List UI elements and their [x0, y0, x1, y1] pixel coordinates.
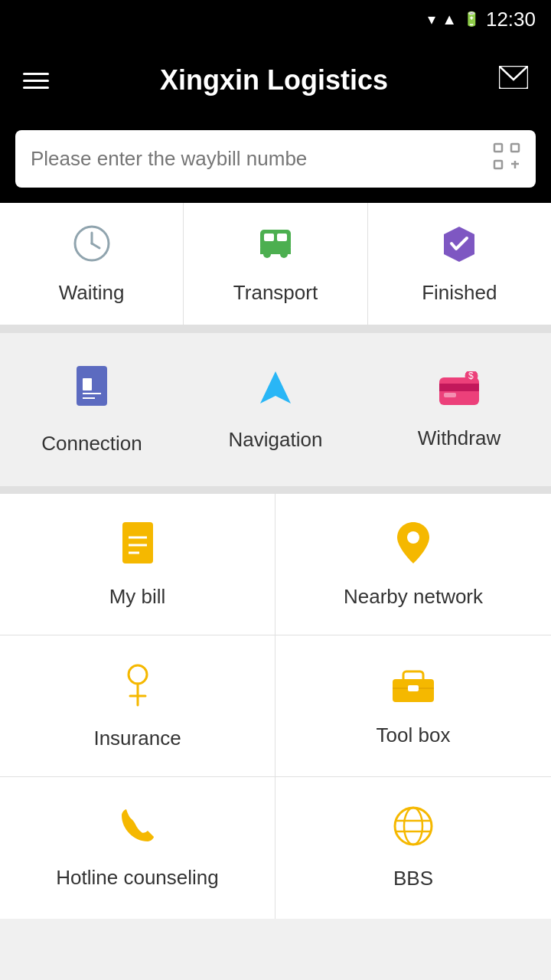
navigation-label: Navigation [229, 428, 323, 452]
tool-box-label: Tool box [377, 724, 451, 747]
app-header: Xingxin Logistics [0, 38, 551, 122]
svg-rect-21 [439, 384, 479, 391]
waiting-icon [72, 224, 112, 272]
svg-rect-14 [260, 248, 291, 254]
svg-marker-19 [260, 371, 291, 403]
svg-rect-16 [83, 378, 92, 390]
svg-rect-3 [494, 161, 502, 168]
navigation-icon [256, 368, 295, 417]
menu-button[interactable] [23, 73, 49, 89]
status-tabs: Waiting Transport Finished [0, 203, 551, 325]
withdraw-label: Withdraw [418, 426, 500, 450]
svg-rect-1 [494, 144, 502, 152]
search-bar [15, 130, 536, 188]
svg-text:$: $ [468, 371, 474, 381]
action-navigation[interactable]: Navigation [184, 333, 367, 486]
section-divider-2 [0, 486, 551, 494]
my-bill-label: My bill [109, 585, 166, 609]
status-bar: ▾ ▲ 🔋 12:30 [0, 0, 551, 38]
scan-button[interactable] [493, 142, 520, 175]
finished-label: Finished [422, 281, 497, 305]
nearby-network-label: Nearby network [344, 585, 483, 609]
phone-icon [119, 806, 157, 855]
action-connection[interactable]: Connection [0, 333, 184, 486]
tab-waiting[interactable]: Waiting [0, 203, 184, 325]
tab-transport[interactable]: Transport [184, 203, 367, 325]
quick-actions: Connection Navigation $ Withdraw [0, 333, 551, 486]
svg-point-38 [404, 808, 422, 844]
menu-item-nearby-network[interactable]: Nearby network [276, 494, 551, 635]
insurance-icon [120, 662, 155, 716]
svg-rect-10 [264, 234, 274, 241]
battery-icon: 🔋 [463, 11, 480, 28]
svg-rect-25 [122, 522, 153, 564]
svg-rect-22 [444, 393, 456, 397]
bbs-label: BBS [393, 867, 433, 890]
menu-item-hotline[interactable]: Hotline counseling [0, 777, 276, 919]
menu-grid: My bill Nearby network Insurance [0, 494, 551, 919]
connection-icon [72, 364, 112, 421]
connection-label: Connection [41, 432, 142, 456]
svg-line-8 [92, 243, 99, 248]
svg-point-29 [407, 531, 419, 544]
toolbox-icon [391, 665, 435, 713]
search-input[interactable] [31, 147, 493, 171]
svg-point-37 [395, 808, 432, 844]
withdraw-icon: $ [438, 370, 481, 416]
status-time: 12:30 [486, 8, 536, 31]
menu-item-bbs[interactable]: BBS [276, 777, 551, 919]
globe-icon [393, 805, 434, 856]
app-title: Xingxin Logistics [49, 64, 499, 96]
hotline-label: Hotline counseling [56, 866, 218, 890]
menu-item-insurance[interactable]: Insurance [0, 635, 276, 777]
wifi-icon: ▾ [428, 10, 435, 28]
status-icons: ▾ ▲ 🔋 12:30 [428, 8, 536, 31]
svg-rect-36 [408, 685, 419, 691]
menu-item-my-bill[interactable]: My bill [0, 494, 276, 635]
action-withdraw[interactable]: $ Withdraw [367, 333, 551, 486]
section-divider-1 [0, 325, 551, 333]
insurance-label: Insurance [93, 727, 181, 750]
finished-icon [439, 224, 479, 272]
tab-finished[interactable]: Finished [368, 203, 551, 325]
search-container [0, 122, 551, 203]
transport-icon [256, 224, 295, 272]
signal-icon: ▲ [442, 11, 457, 28]
waiting-label: Waiting [59, 281, 125, 305]
bill-icon [118, 521, 158, 574]
location-icon [396, 521, 431, 574]
svg-rect-11 [277, 234, 287, 241]
svg-point-30 [129, 665, 147, 684]
svg-rect-2 [511, 144, 519, 152]
menu-item-tool-box[interactable]: Tool box [276, 635, 551, 777]
transport-label: Transport [233, 281, 318, 305]
mail-button[interactable] [499, 66, 528, 95]
